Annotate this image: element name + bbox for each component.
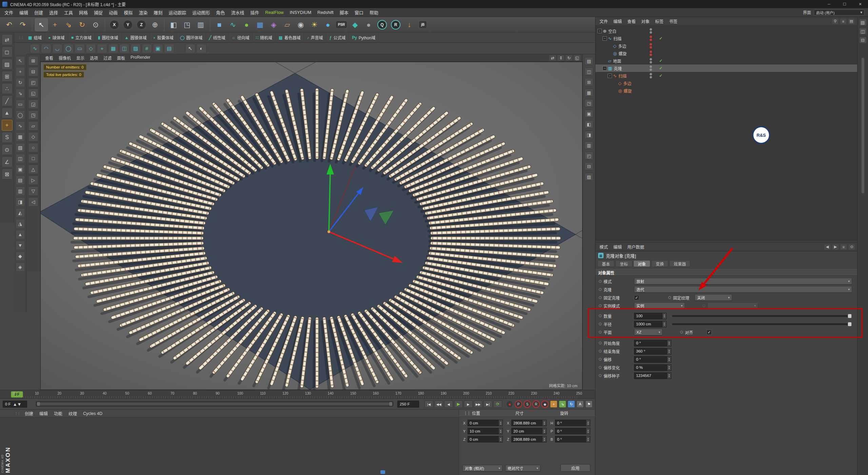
menu-item-realflow[interactable]: RealFlow	[262, 10, 287, 15]
linear-field-button[interactable]: ╱线性域	[206, 34, 229, 42]
side-tool-12-icon[interactable]: ▤	[16, 175, 25, 185]
count-slider[interactable]	[672, 315, 851, 317]
filter-icon[interactable]: ≡	[840, 19, 846, 24]
shelf-tool-3-icon[interactable]: ◰	[28, 78, 38, 87]
side-tool-6-icon[interactable]: ◯	[16, 110, 25, 120]
shelf-tool-9-icon[interactable]: ○	[28, 143, 38, 152]
viewport-menu-display[interactable]: 显示	[74, 55, 87, 61]
goto-end-button[interactable]: ▶|	[484, 400, 492, 408]
side-tool-4-icon[interactable]: ⇘	[16, 89, 25, 98]
dock-panel-6-icon[interactable]: ▣	[585, 110, 593, 118]
object-row-floor[interactable]: ▱地面✓	[595, 57, 857, 64]
record-parameter-button[interactable]: ◆	[541, 400, 549, 408]
maximize-view-icon[interactable]: ◱	[574, 55, 580, 61]
axis-mode-icon[interactable]: +	[2, 120, 13, 131]
dock-panel-5-icon[interactable]: ◳	[585, 99, 593, 107]
layout-tool-icon[interactable]: ▤	[164, 44, 174, 53]
keyframe-selection-button[interactable]: ⚑	[585, 400, 593, 408]
side-tool-15-icon[interactable]: ◭	[16, 208, 25, 217]
dock-panel-4-icon[interactable]: ▦	[585, 89, 593, 97]
expander-icon[interactable]: −	[608, 74, 612, 78]
menu-item-insydium[interactable]: INSYDIUM	[287, 10, 314, 15]
shelf-tool-8-icon[interactable]: ◇	[28, 132, 38, 141]
capsule-field-button[interactable]: ◗胶囊体域	[150, 34, 177, 42]
scrollbar[interactable]	[862, 58, 864, 193]
circle-spline-tool-icon[interactable]: ◯	[63, 44, 74, 53]
redo-icon[interactable]: ↷	[16, 18, 29, 31]
layout-dropdown[interactable]: 启动 (用户)▾	[814, 10, 865, 16]
cone-field-button[interactable]: ▲圆锥体域	[122, 34, 150, 42]
anim-dot[interactable]	[599, 288, 601, 291]
render-region-icon[interactable]: ◳	[181, 18, 194, 31]
move-icon[interactable]: +	[48, 18, 61, 31]
solo-mode-icon[interactable]: S	[2, 132, 13, 143]
undo-icon[interactable]: ↶	[3, 18, 16, 31]
side-tool-18-icon[interactable]: ▼	[16, 241, 25, 250]
mirror-tool-icon[interactable]: ▨	[131, 44, 141, 53]
anim-dot[interactable]	[599, 331, 601, 334]
dock-panel-2-icon[interactable]: ◫	[585, 68, 593, 76]
menu-item-tools[interactable]: 工具	[61, 9, 76, 16]
lock-icon[interactable]: ⊙	[849, 244, 855, 250]
workplane-mode-icon[interactable]: ⊞	[2, 71, 13, 82]
layers-icon[interactable]: ▤	[848, 19, 854, 24]
object-row-ngon-1[interactable]: ◇多边	[595, 42, 857, 50]
side-tool-8-icon[interactable]: ▦	[16, 132, 25, 141]
menu-item-plugins[interactable]: 插件	[247, 9, 262, 16]
menu-item-character[interactable]: 角色	[213, 9, 228, 16]
menu-item-edit[interactable]: 编辑	[16, 9, 31, 16]
anim-dot[interactable]	[599, 366, 601, 369]
menu-item-select[interactable]: 选择	[46, 9, 61, 16]
visibility-dots[interactable]	[650, 65, 652, 71]
viewport-menu-options[interactable]: 选项	[87, 55, 101, 61]
convert-editable-icon[interactable]: ⇄	[2, 34, 13, 45]
formula-field-button[interactable]: ƒ公式域	[326, 34, 349, 42]
autokey-button[interactable]: A	[576, 400, 584, 408]
loop-button[interactable]: ⟳	[493, 400, 502, 408]
box-field-button[interactable]: ■立方体域	[68, 34, 95, 42]
anim-dot[interactable]	[680, 331, 683, 334]
lock-workplane-icon[interactable]: ⊠	[2, 169, 13, 179]
anim-dot[interactable]	[599, 280, 601, 283]
rect-spline-tool-icon[interactable]: ▭	[75, 44, 85, 53]
coord-field-位置-Z[interactable]: 0 cm▲▼	[468, 436, 503, 442]
anim-dot[interactable]	[599, 350, 601, 353]
frame-spinner[interactable]: ▲▼	[13, 402, 22, 407]
record-scale-button[interactable]: S	[524, 400, 531, 408]
expander-icon[interactable]: −	[603, 36, 607, 41]
panel-grip[interactable]: ⋮⋮	[13, 412, 22, 415]
instance-mode-dropdown[interactable]: 实例▾	[634, 302, 685, 309]
ngon-spline-tool-icon[interactable]: ◇	[86, 44, 96, 53]
anim-dot[interactable]	[599, 374, 601, 377]
scene-3d[interactable]	[41, 62, 582, 390]
python-field-button[interactable]: PyPython域	[349, 34, 379, 42]
om-menu-bookmarks[interactable]: 书签	[666, 18, 680, 24]
model-mode-icon[interactable]: ◻	[2, 46, 13, 57]
mode-dropdown[interactable]: 放射▾	[634, 278, 852, 285]
group-field-button[interactable]: ▦组域	[25, 34, 45, 42]
object-row-cloner[interactable]: −▦克隆✓	[595, 64, 857, 72]
split-tool-icon[interactable]: ◫	[119, 44, 130, 53]
search-icon[interactable]: ⚲	[832, 19, 838, 24]
random-field-button[interactable]: ∷随机域	[253, 34, 276, 42]
arc-down-tool-icon[interactable]: ◡	[52, 44, 62, 53]
arc-up-tool-icon[interactable]: ◠	[41, 44, 51, 53]
goto-start-button[interactable]: |◀	[425, 400, 433, 408]
object-row-sweep-2[interactable]: −∿扫描✓	[595, 72, 857, 79]
layout-a-icon[interactable]: ▤	[859, 19, 867, 26]
anim-dot[interactable]	[599, 304, 601, 307]
radial-field-button[interactable]: ☼径向域	[229, 34, 253, 42]
layout-b-icon[interactable]: ◫	[859, 28, 867, 35]
shelf-tool-7-icon[interactable]: ▱	[28, 121, 38, 131]
shelf-tool-2-icon[interactable]: ⊟	[28, 67, 38, 76]
lock-y-icon[interactable]: Y	[121, 18, 134, 31]
tab-object[interactable]: 对象	[633, 260, 650, 267]
material-menu-create[interactable]: 创建	[22, 410, 36, 417]
material-menu-function[interactable]: 功能	[51, 410, 65, 417]
expander-icon[interactable]: −	[603, 66, 607, 71]
enable-check[interactable]: ✓	[659, 58, 663, 63]
shelf-tool-10-icon[interactable]: □	[28, 154, 38, 163]
dock-panel-3-icon[interactable]: ⊞	[585, 78, 593, 86]
menu-item-create[interactable]: 创建	[31, 9, 46, 16]
shelf-tool-1-icon[interactable]: ⊞	[28, 56, 38, 65]
